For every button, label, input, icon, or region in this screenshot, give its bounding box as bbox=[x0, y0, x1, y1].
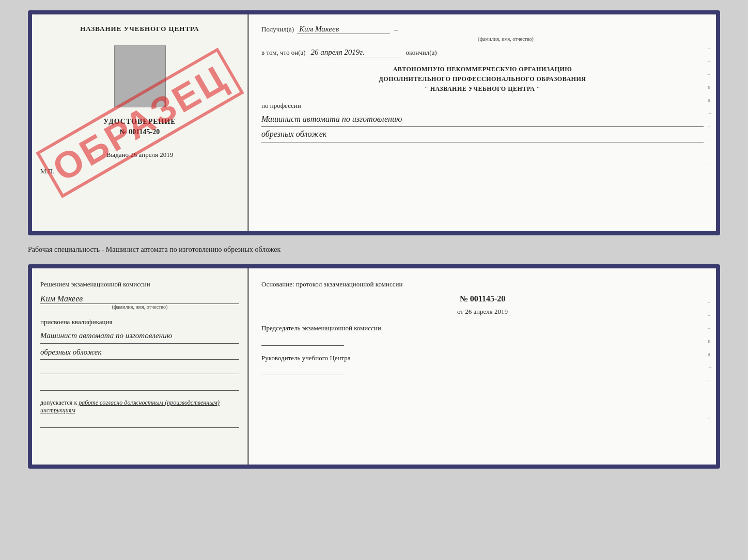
blank-line-3 bbox=[40, 418, 239, 428]
profession-line1-bottom: Машинист автомата по изготовлению bbox=[40, 328, 239, 344]
prisvoena-label: присвоена квалификация bbox=[40, 318, 239, 326]
blank-line-2 bbox=[40, 380, 239, 391]
dopuskaetsya-text: допускается к работе согласно должностны… bbox=[40, 399, 239, 414]
top-doc-title: НАЗВАНИЕ УЧЕБНОГО ЦЕНТРА bbox=[80, 25, 199, 33]
org-line1: АВТОНОМНУЮ НЕКОММЕРЧЕСКУЮ ОРГАНИЗАЦИЮ bbox=[261, 65, 704, 74]
org-line2: ДОПОЛНИТЕЛЬНОГО ПРОФЕССИОНАЛЬНОГО ОБРАЗО… bbox=[261, 74, 704, 84]
top-document: НАЗВАНИЕ УЧЕБНОГО ЦЕНТРА УДОСТОВЕРЕНИЕ №… bbox=[28, 10, 720, 235]
org-block: АВТОНОМНУЮ НЕКОММЕРЧЕСКУЮ ОРГАНИЗАЦИЮ ДО… bbox=[261, 65, 704, 94]
ot-date: 26 апреля 2019 bbox=[465, 308, 508, 315]
predsedatel-block: Председатель экзаменационной комиссии bbox=[261, 323, 704, 346]
top-doc-right: Получил(a) Ким Макеев – (фамилия, имя, о… bbox=[249, 14, 716, 231]
vydano-date: 26 апреля 2019 bbox=[130, 151, 173, 158]
resheniem-label: Решением экзаменационной комиссии bbox=[40, 279, 239, 290]
fio-sub-top: (фамилия, имя, отчество) bbox=[308, 36, 704, 42]
blank-line-1 bbox=[40, 364, 239, 374]
rukovoditel-block: Руководитель учебного Центра bbox=[261, 353, 704, 376]
dash1: – bbox=[394, 25, 398, 34]
bottom-document: Решением экзаменационной комиссии Ким Ма… bbox=[28, 264, 720, 469]
nomer-bottom: № 001145-20 bbox=[261, 294, 704, 303]
profession-line2-top: обрезных обложек bbox=[261, 127, 704, 142]
rukovoditel-signature-line bbox=[261, 365, 344, 375]
komissia-name: Ким Макеев bbox=[40, 294, 239, 304]
poluchil-label: Получил(a) bbox=[261, 25, 294, 34]
ot-line: от 26 апреля 2019 bbox=[261, 308, 704, 316]
bottom-doc-left: Решением экзаменационной комиссии Ким Ма… bbox=[32, 268, 249, 465]
photo-placeholder bbox=[114, 45, 166, 107]
vtom-date: 26 апреля 2019г. bbox=[309, 48, 402, 57]
mp-line: М.П. bbox=[40, 167, 54, 175]
ot-label: от bbox=[457, 308, 463, 315]
right-side-marks-top: – – – и а ← – – – – bbox=[708, 45, 713, 167]
dopuskaetsya-label: допускается к bbox=[40, 399, 77, 406]
profession-line2-bottom: обрезных обложек bbox=[40, 345, 239, 360]
predsedatel-signature-line bbox=[261, 335, 344, 346]
org-name: " НАЗВАНИЕ УЧЕБНОГО ЦЕНТРА " bbox=[261, 84, 704, 94]
fio-sub-bottom: (фамилия, имя, отчество) bbox=[40, 304, 239, 310]
right-side-marks-bottom: – – – и а ← – – – – bbox=[708, 299, 713, 421]
osnovanie-label: Основание: протокол экзаменационной коми… bbox=[261, 279, 704, 290]
poluchil-name: Ким Макеев bbox=[297, 25, 390, 34]
vtom-label: в том, что он(а) bbox=[261, 49, 306, 57]
udostoverenie-title: УДОСТОВЕРЕНИЕ bbox=[103, 118, 176, 126]
specialty-text: Рабочая специальность - Машинист автомат… bbox=[28, 244, 720, 256]
rukovoditel-label: Руководитель учебного Центра bbox=[261, 353, 704, 363]
vydano-line: Выдано 26 апреля 2019 bbox=[106, 151, 173, 159]
profession-line1-top: Машинист автомата по изготовлению bbox=[261, 112, 704, 127]
top-doc-left: НАЗВАНИЕ УЧЕБНОГО ЦЕНТРА УДОСТОВЕРЕНИЕ №… bbox=[32, 14, 249, 231]
predsedatel-label: Председатель экзаменационной комиссии bbox=[261, 323, 704, 333]
vydano-label: Выдано bbox=[106, 151, 129, 158]
nomer-line: № 001145-20 bbox=[103, 128, 176, 136]
po-professii-label: по профессии bbox=[261, 102, 704, 110]
udostoverenie-block: УДОСТОВЕРЕНИЕ № 001145-20 bbox=[103, 118, 176, 136]
okoncil-label: окончил(а) bbox=[406, 49, 437, 57]
bottom-doc-right: Основание: протокол экзаменационной коми… bbox=[249, 268, 716, 465]
